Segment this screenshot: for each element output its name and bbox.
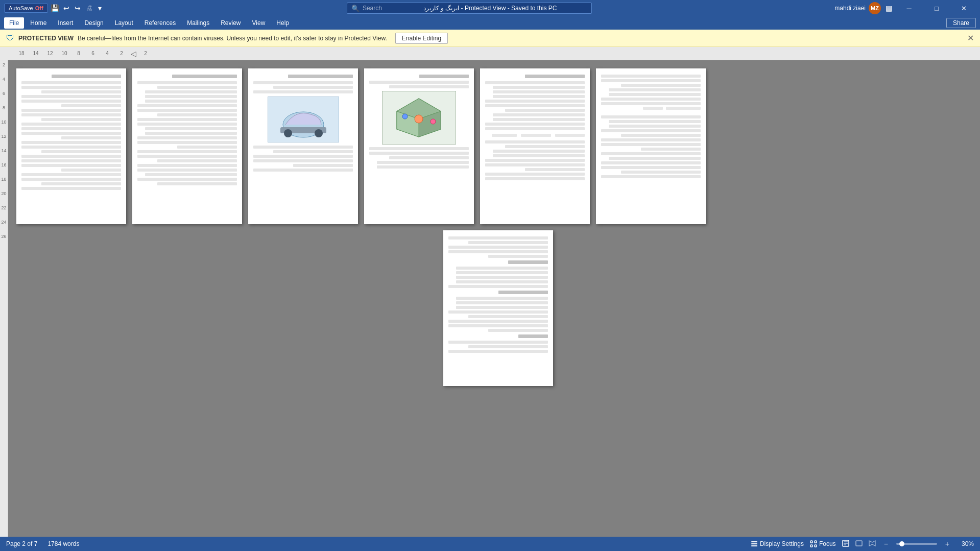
ruler-num-10: 10 — [57, 51, 71, 56]
close-banner-icon[interactable]: ✕ — [967, 33, 974, 43]
page-1-content — [16, 68, 126, 224]
autosave-state: Off — [35, 5, 43, 11]
ruler-num-12: 12 — [43, 51, 57, 56]
svg-rect-15 — [815, 541, 817, 543]
menu-view[interactable]: View — [247, 17, 271, 29]
user-name: mahdi ziaei — [834, 5, 866, 12]
protected-banner: 🛡 PROTECTED VIEW Be careful—files from t… — [0, 30, 980, 47]
zoom-slider-thumb — [899, 541, 904, 546]
svg-rect-16 — [810, 545, 812, 547]
menu-help[interactable]: Help — [271, 17, 294, 29]
left-ruler-16: 16 — [0, 162, 8, 177]
page-5-wrapper — [480, 68, 590, 224]
svg-point-8 — [415, 115, 423, 123]
ruler-num-2r: 2 — [138, 51, 153, 56]
left-ruler-26: 26 — [0, 234, 8, 248]
print-layout-view-btn[interactable] — [842, 540, 849, 548]
page-4-content — [364, 68, 474, 224]
page-info: Page 2 of 7 — [6, 540, 37, 547]
left-ruler-14: 14 — [0, 148, 8, 162]
display-settings-icon[interactable]: Display Settings — [751, 540, 804, 547]
minimize-button[interactable]: ─ — [897, 0, 921, 16]
web-layout-view-btn[interactable] — [855, 540, 863, 548]
user-info: mahdi ziaei MZ — [834, 2, 881, 14]
customize-icon[interactable]: ▾ — [96, 4, 104, 12]
title-bar-right: mahdi ziaei MZ ▤ ─ □ ✕ — [834, 0, 976, 16]
page-3-content — [248, 68, 358, 224]
svg-rect-14 — [810, 541, 812, 543]
title-bar-left: AutoSave Off 💾 ↩ ↪ 🖨 ▾ — [4, 4, 104, 13]
left-ruler-24: 24 — [0, 220, 8, 234]
focus-label-btn[interactable]: Focus — [810, 540, 836, 547]
print-icon[interactable]: 🖨 — [85, 4, 93, 12]
autosave-label: AutoSave — [9, 5, 33, 11]
undo-icon[interactable]: ↩ — [62, 4, 70, 12]
page-1-wrapper — [16, 68, 126, 224]
svg-rect-22 — [856, 541, 862, 546]
left-ruler-2: 2 — [0, 62, 8, 77]
svg-point-2 — [284, 129, 292, 137]
protected-label: PROTECTED VIEW — [18, 35, 74, 42]
svg-point-10 — [431, 119, 436, 124]
second-row — [16, 230, 980, 386]
document-area[interactable] — [8, 60, 980, 537]
save-icon[interactable]: 💾 — [51, 4, 59, 12]
left-ruler-8: 8 — [0, 105, 8, 119]
shield-icon: 🛡 — [6, 34, 14, 43]
ruler-num-6: 6 — [86, 51, 100, 56]
zoom-out-button[interactable]: − — [882, 540, 890, 548]
ruler-num-2: 2 — [114, 51, 129, 56]
ruler-num-18: 18 — [14, 51, 29, 56]
page-3[interactable] — [248, 68, 358, 224]
redo-icon[interactable]: ↪ — [74, 4, 82, 12]
menu-home[interactable]: Home — [25, 17, 52, 29]
ruler-num-8: 8 — [71, 51, 86, 56]
share-button[interactable]: Share — [946, 18, 976, 28]
menu-references[interactable]: References — [139, 17, 181, 29]
menu-design[interactable]: Design — [79, 17, 108, 29]
pages-grid — [16, 68, 980, 224]
left-ruler-6: 6 — [0, 91, 8, 105]
banner-message: Be careful—files from the Internet can c… — [78, 35, 387, 42]
status-bar-right: Display Settings Focus − + 30% — [751, 540, 974, 548]
page-3-wrapper — [248, 68, 358, 224]
page-5[interactable] — [480, 68, 590, 224]
left-ruler: 2 4 6 8 10 12 14 16 18 20 22 24 26 — [0, 60, 8, 537]
svg-rect-11 — [751, 541, 757, 542]
ribbon-menu: File Home Insert Design Layout Reference… — [0, 16, 980, 30]
user-avatar[interactable]: MZ — [869, 2, 881, 14]
page-4[interactable] — [364, 68, 474, 224]
page-4-image — [382, 91, 456, 145]
page-2[interactable] — [132, 68, 242, 224]
ruler-numbers: 18 14 12 10 8 6 4 2 ◁ 2 — [14, 50, 153, 58]
svg-point-3 — [315, 129, 323, 137]
page-7[interactable] — [443, 230, 553, 386]
page-6[interactable] — [596, 68, 706, 224]
search-icon: 🔍 — [351, 5, 360, 12]
enable-editing-button[interactable]: Enable Editing — [395, 33, 448, 44]
ribbon-icon[interactable]: ▤ — [885, 4, 893, 12]
menu-insert[interactable]: Insert — [53, 17, 78, 29]
svg-rect-12 — [751, 543, 757, 544]
left-ruler-22: 22 — [0, 205, 8, 220]
menu-file[interactable]: File — [4, 17, 24, 29]
close-button[interactable]: ✕ — [952, 0, 976, 16]
maximize-button[interactable]: □ — [925, 0, 948, 16]
zoom-level[interactable]: 30% — [958, 540, 974, 547]
page-1[interactable] — [16, 68, 126, 224]
autosave-button[interactable]: AutoSave Off — [4, 4, 48, 13]
ruler: 18 14 12 10 8 6 4 2 ◁ 2 — [0, 47, 980, 60]
menu-review[interactable]: Review — [216, 17, 246, 29]
reading-view-btn[interactable] — [869, 540, 876, 548]
zoom-slider[interactable] — [896, 543, 937, 545]
focus-label: Focus — [819, 540, 836, 547]
page-2-content — [132, 68, 242, 224]
main-area: 2 4 6 8 10 12 14 16 18 20 22 24 26 — [0, 60, 980, 537]
word-count: 1784 words — [47, 540, 79, 547]
page-5-content — [480, 68, 590, 224]
zoom-in-button[interactable]: + — [943, 540, 951, 548]
svg-point-9 — [402, 114, 408, 119]
left-ruler-4: 4 — [0, 77, 8, 91]
menu-mailings[interactable]: Mailings — [182, 17, 214, 29]
menu-layout[interactable]: Layout — [110, 17, 138, 29]
